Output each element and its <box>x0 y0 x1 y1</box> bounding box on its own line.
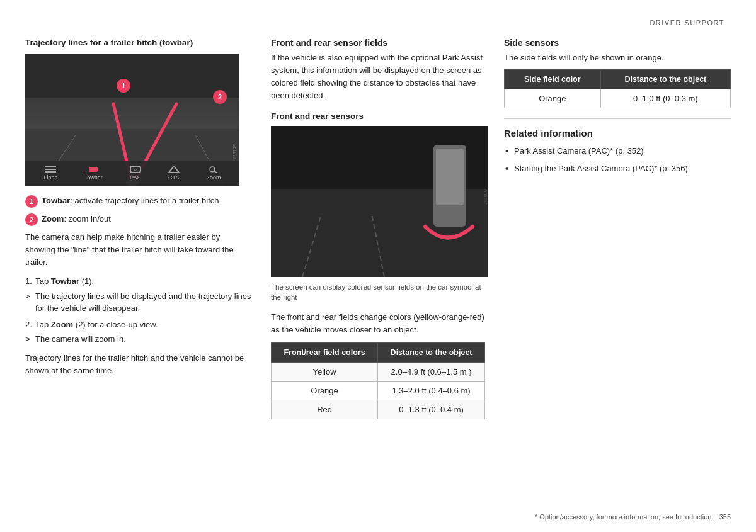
table-row: Red0–1.3 ft (0–0.4 m) <box>272 400 485 419</box>
middle-intro: If the vehicle is also equipped with the… <box>271 52 485 103</box>
main-content: Trajectory lines for a trailer hitch (to… <box>25 38 731 428</box>
front-rear-table-col2-header: Distance to the object <box>378 343 485 363</box>
toolbar-cta[interactable]: CTA <box>168 166 180 181</box>
side-table-col2-header: Distance to the object <box>600 69 730 89</box>
table-cell-distance: 0–1.3 ft (0–0.4 m) <box>378 400 485 419</box>
related-list-item: Park Assist Camera (PAC)* (p. 352) <box>504 145 731 157</box>
table-cell-color: Orange <box>272 382 378 400</box>
svg-point-13 <box>210 167 215 172</box>
camera-image: 1 2 G51917 Lines <box>25 54 239 186</box>
table-row: Orange1.3–2.0 ft (0.4–0.6 m) <box>272 382 485 400</box>
pas-icon: P <box>130 166 141 173</box>
step-2-label: Zoom <box>42 214 64 224</box>
cta-icon <box>168 166 180 173</box>
step-2-desc: : zoom in/out <box>64 214 110 224</box>
left-body-text: The camera can help make hitching a trai… <box>25 231 252 269</box>
middle-subsection-title: Front and rear sensors <box>271 111 485 121</box>
side-table-cell-color: Orange <box>505 89 601 108</box>
table-cell-distance: 1.3–2.0 ft (0.4–0.6 m) <box>378 382 485 400</box>
related-info-title: Related information <box>504 128 731 139</box>
front-rear-table: Front/rear field colors Distance to the … <box>271 342 485 419</box>
sensor-image-caption: The screen can display colored sensor fi… <box>271 282 485 302</box>
svg-text:P: P <box>134 168 137 172</box>
toolbar-zoom[interactable]: Zoom <box>207 166 221 181</box>
table-cell-color: Red <box>272 400 378 419</box>
col-middle: Front and rear sensor fields If the vehi… <box>271 38 504 428</box>
list-item-1-sub: The trajectory lines will be displayed a… <box>25 290 252 315</box>
svg-line-14 <box>214 171 218 173</box>
step-1-text: Towbar: activate trajectory lines for a … <box>42 195 219 207</box>
svg-text:G05262: G05262 <box>483 189 488 205</box>
image-id: G51917 <box>232 144 237 159</box>
list-item-2: 2. Tap Zoom (2) for a close-up view. The… <box>25 319 252 346</box>
header-title: DRIVER SUPPORT <box>650 19 724 26</box>
footnote: * Option/accessory, for more information… <box>535 513 713 521</box>
divider <box>504 118 731 119</box>
toolbar-towbar[interactable]: Towbar <box>84 166 103 181</box>
list-item-1-bold: Towbar <box>51 276 79 286</box>
toolbar-pas[interactable]: P PAS <box>130 166 141 181</box>
towbar-icon <box>88 166 99 173</box>
step-1-label: Towbar <box>42 196 70 205</box>
zoom-icon <box>208 166 219 173</box>
step-1: 1 Towbar: activate trajectory lines for … <box>25 195 252 208</box>
numbered-list: 1. Tap Towbar (1). The trajectory lines … <box>25 275 252 346</box>
page-footer: * Option/accessory, for more information… <box>535 513 731 521</box>
related-list: Park Assist Camera (PAC)* (p. 352)Starti… <box>504 145 731 175</box>
sensor-svg: G05262 <box>271 126 488 277</box>
middle-section-title: Front and rear sensor fields <box>271 38 485 48</box>
side-table-cell-distance: 0–1.0 ft (0–0.3 m) <box>600 89 730 108</box>
lines-icon <box>45 166 56 173</box>
left-section-title: Trajectory lines for a trailer hitch (to… <box>25 38 252 47</box>
side-sensors-intro: The side fields will only be shown in or… <box>504 52 731 64</box>
table-cell-distance: 2.0–4.9 ft (0.6–1.5 m ) <box>378 363 485 382</box>
col-right: Side sensors The side fields will only b… <box>504 38 731 428</box>
front-rear-table-col1-header: Front/rear field colors <box>272 343 378 363</box>
step-2-text: Zoom: zoom in/out <box>42 213 111 225</box>
page-number: 355 <box>719 513 731 521</box>
left-footer-text: Trajectory lines for the trailer hitch a… <box>25 352 252 377</box>
list-item-1: 1. Tap Towbar (1). The trajectory lines … <box>25 275 252 315</box>
marker-1: 1 <box>117 79 130 93</box>
related-list-item: Starting the Park Assist Camera (PAC)* (… <box>504 162 731 175</box>
side-table-col1-header: Side field color <box>505 69 601 89</box>
side-table: Side field color Distance to the object … <box>504 69 731 108</box>
list-item-2-bold: Zoom <box>51 320 73 329</box>
svg-rect-20 <box>436 149 464 205</box>
svg-marker-12 <box>169 166 179 173</box>
sensor-image: G05262 <box>271 126 488 277</box>
col-left: Trajectory lines for a trailer hitch (to… <box>25 38 271 428</box>
svg-rect-9 <box>89 167 98 172</box>
list-item-2-sub: The camera will zoom in. <box>25 333 252 346</box>
page-container: DRIVER SUPPORT Trajectory lines for a tr… <box>0 0 756 532</box>
side-sensors-title: Side sensors <box>504 38 731 48</box>
middle-body-text2: The front and rear fields change colors … <box>271 311 485 336</box>
step-2: 2 Zoom: zoom in/out <box>25 213 252 226</box>
marker-2: 2 <box>213 90 227 104</box>
table-row: Yellow2.0–4.9 ft (0.6–1.5 m ) <box>272 363 485 382</box>
camera-toolbar: Lines Towbar P PAS <box>25 161 239 186</box>
table-row: Orange0–1.0 ft (0–0.3 m) <box>505 89 731 108</box>
toolbar-lines[interactable]: Lines <box>43 166 57 181</box>
step-2-badge: 2 <box>25 213 38 226</box>
table-cell-color: Yellow <box>272 363 378 382</box>
page-header: DRIVER SUPPORT <box>25 19 731 26</box>
step-1-badge: 1 <box>25 195 38 208</box>
step-1-desc: : activate trajectory lines for a traile… <box>70 196 219 205</box>
